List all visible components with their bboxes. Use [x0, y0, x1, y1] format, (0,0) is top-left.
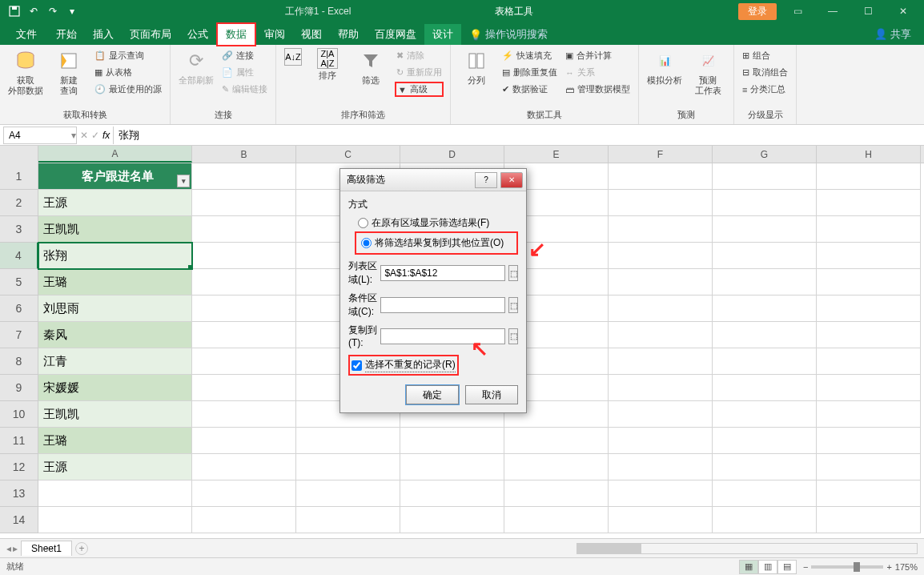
row-header[interactable]: 2 — [0, 190, 38, 216]
filter-button[interactable]: 筛选 — [352, 48, 390, 86]
row-header[interactable]: 3 — [0, 216, 38, 243]
zoom-out-icon[interactable]: − — [803, 562, 808, 572]
tab-view[interactable]: 视图 — [293, 24, 330, 45]
criteria-range-input[interactable] — [380, 297, 505, 313]
cell[interactable] — [296, 428, 400, 454]
cell[interactable] — [38, 480, 192, 507]
cell[interactable] — [817, 375, 921, 401]
name-box[interactable]: A4▾ — [3, 127, 77, 144]
cell[interactable] — [296, 454, 400, 480]
data-validation-button[interactable]: ✔数据验证 — [500, 82, 559, 97]
cell[interactable] — [817, 243, 921, 269]
ungroup-button[interactable]: ⊟取消组合 — [741, 65, 789, 80]
list-range-input[interactable] — [380, 265, 505, 281]
row-header[interactable]: 14 — [0, 507, 38, 533]
remove-duplicates-button[interactable]: ▤删除重复值 — [500, 65, 559, 80]
cell[interactable] — [713, 163, 817, 190]
forecast-sheet-button[interactable]: 📈预测工作表 — [689, 48, 727, 96]
criteria-range-picker-icon[interactable]: ⬚ — [508, 297, 518, 313]
cell[interactable] — [609, 454, 713, 480]
subtotal-button[interactable]: ≡分类汇总 — [741, 82, 789, 97]
row-header[interactable]: 8 — [0, 348, 38, 375]
cell[interactable] — [609, 375, 713, 401]
recent-sources-button[interactable]: 🕘最近使用的源 — [93, 82, 163, 97]
filter-dropdown-icon[interactable]: ▾ — [177, 175, 190, 187]
cell[interactable] — [609, 507, 713, 533]
dialog-help-icon[interactable]: ? — [475, 172, 497, 188]
column-header[interactable]: C — [296, 146, 400, 163]
cell[interactable] — [713, 480, 817, 507]
ribbon-options-icon[interactable]: ▭ — [783, 2, 812, 21]
cell[interactable] — [713, 454, 817, 480]
cell[interactable]: 王璐 — [38, 428, 192, 454]
tab-design[interactable]: 设计 — [424, 24, 461, 45]
cell[interactable] — [713, 401, 817, 428]
cell[interactable] — [609, 348, 713, 375]
row-header[interactable]: 7 — [0, 322, 38, 348]
cell[interactable] — [817, 428, 921, 454]
tab-review[interactable]: 审阅 — [256, 24, 293, 45]
cell[interactable] — [817, 216, 921, 243]
sort-button[interactable]: Z|AA|Z排序 — [308, 48, 347, 81]
cell[interactable] — [296, 507, 400, 533]
tab-data[interactable]: 数据 — [218, 24, 255, 45]
cell[interactable]: 王源 — [38, 190, 192, 216]
cell[interactable] — [713, 296, 817, 322]
tab-file[interactable]: 文件 — [5, 24, 48, 45]
cell[interactable] — [713, 216, 817, 243]
cell[interactable]: 王源 — [38, 454, 192, 480]
cell[interactable] — [192, 428, 296, 454]
cell[interactable] — [192, 243, 296, 269]
cell[interactable] — [192, 190, 296, 216]
show-queries-button[interactable]: 📋显示查询 — [93, 48, 163, 63]
copyto-picker-icon[interactable]: ⬚ — [508, 328, 518, 344]
column-header[interactable]: B — [192, 146, 296, 163]
cell[interactable] — [38, 507, 192, 533]
column-header[interactable]: A — [38, 146, 192, 163]
cell[interactable] — [609, 190, 713, 216]
cell[interactable] — [400, 428, 504, 454]
ok-button[interactable]: 确定 — [406, 385, 459, 404]
cell[interactable] — [817, 348, 921, 375]
cell[interactable] — [713, 243, 817, 269]
manage-model-button[interactable]: 🗃管理数据模型 — [564, 82, 632, 97]
qat-more-icon[interactable]: ▾ — [64, 3, 80, 19]
copyto-input[interactable] — [380, 328, 505, 344]
cell[interactable] — [609, 401, 713, 428]
minimize-icon[interactable]: ― — [818, 2, 847, 21]
tab-search[interactable]: 💡操作说明搜索 — [461, 24, 556, 45]
cell[interactable]: 秦风 — [38, 322, 192, 348]
column-header[interactable]: H — [817, 146, 921, 163]
cell[interactable] — [609, 428, 713, 454]
cell[interactable]: 王凯凯 — [38, 216, 192, 243]
cell[interactable] — [504, 507, 609, 533]
column-header[interactable]: E — [504, 146, 609, 163]
cell[interactable] — [817, 296, 921, 322]
cell[interactable] — [192, 401, 296, 428]
radio-copy[interactable]: 将筛选结果复制到其他位置(O) — [358, 235, 515, 251]
get-external-data-button[interactable]: 获取外部数据 — [6, 48, 45, 96]
cell[interactable]: 刘思雨 — [38, 296, 192, 322]
row-header[interactable]: 9 — [0, 375, 38, 401]
from-table-button[interactable]: ▦从表格 — [93, 65, 163, 80]
add-sheet-icon[interactable]: + — [75, 542, 88, 555]
cell[interactable] — [817, 507, 921, 533]
consolidate-button[interactable]: ▣合并计算 — [564, 48, 632, 63]
row-header[interactable]: 1 — [0, 163, 38, 190]
row-header[interactable]: 10 — [0, 401, 38, 428]
row-header[interactable]: 6 — [0, 296, 38, 322]
cell[interactable] — [192, 375, 296, 401]
new-query-button[interactable]: 新建查询 — [50, 48, 88, 96]
cell[interactable] — [713, 507, 817, 533]
cell[interactable] — [609, 296, 713, 322]
cell[interactable] — [609, 480, 713, 507]
formula-input[interactable]: 张翔 — [114, 128, 924, 143]
cell[interactable] — [504, 428, 609, 454]
cell[interactable] — [400, 454, 504, 480]
connections-button[interactable]: 🔗连接 — [220, 48, 269, 63]
cell[interactable] — [296, 480, 400, 507]
sheet-next-icon[interactable]: ▸ — [13, 543, 18, 554]
cell[interactable] — [713, 375, 817, 401]
dialog-close-icon[interactable]: ✕ — [500, 172, 523, 188]
horizontal-scrollbar[interactable] — [576, 543, 918, 554]
